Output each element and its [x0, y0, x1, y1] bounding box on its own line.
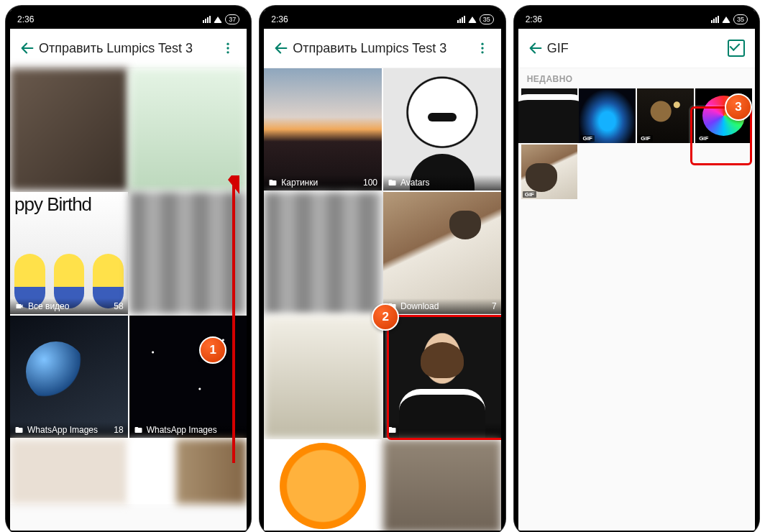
section-label-recent: НЕДАВНО [518, 68, 755, 88]
media-grid[interactable]: Картинки 100 Avatars Download 7 [264, 68, 500, 531]
folder-icon [388, 178, 397, 187]
status-bar: 2:36 35 [518, 10, 755, 29]
folder-icon [268, 178, 278, 187]
folder-tile-pictures[interactable]: Картинки 100 [264, 68, 382, 191]
signal-icon [711, 16, 719, 23]
folder-tile-whatsapp-images[interactable]: WhatsApp Images 18 [10, 316, 128, 438]
svg-point-1 [227, 47, 229, 49]
folder-tile-avatars[interactable]: Avatars [383, 68, 501, 191]
gif-thumbnail[interactable]: GIF [579, 88, 636, 143]
app-bar: Отправить Lumpics Test 3 [264, 29, 500, 68]
wifi-icon [468, 17, 477, 23]
svg-point-0 [227, 43, 229, 45]
folder-tile[interactable] [10, 439, 128, 504]
svg-point-4 [481, 43, 483, 45]
multi-select-button[interactable] [723, 40, 749, 57]
battery-indicator: 37 [225, 14, 239, 24]
folder-tile-all-video[interactable]: ppy Birthd Все видео 58 [10, 192, 128, 314]
battery-indicator: 35 [733, 14, 748, 24]
tile-label: Все видео [28, 301, 69, 311]
status-bar: 2:36 35 [264, 10, 500, 29]
status-time: 2:36 [17, 14, 34, 24]
gif-badge: GIF [580, 135, 594, 142]
svg-point-2 [227, 51, 229, 53]
back-button[interactable] [16, 40, 39, 56]
tile-label: Картинки [281, 178, 318, 188]
screenshot-container: 2:36 37 Отправить Lumpics Test 3 [0, 0, 765, 532]
folder-tile[interactable] [264, 439, 382, 531]
wifi-icon [214, 17, 222, 23]
gif-thumbnail[interactable]: GIF [521, 88, 578, 143]
highlight-frame-gif-folder [387, 315, 500, 440]
minion-text: ppy Birthd [14, 193, 91, 216]
media-grid[interactable]: ppy Birthd Все видео 58 WhatsApp Images … [10, 68, 247, 504]
app-bar-title: Отправить Lumpics Test 3 [39, 41, 215, 56]
folder-tile[interactable] [264, 192, 382, 314]
back-button[interactable] [270, 40, 293, 56]
tile-count: 18 [114, 425, 123, 435]
battery-indicator: 35 [480, 14, 494, 24]
back-button[interactable] [524, 40, 547, 56]
app-bar-title: GIF [547, 41, 723, 56]
tile-count: 58 [114, 301, 123, 311]
tile-count: 100 [363, 178, 377, 188]
folder-icon [134, 426, 143, 434]
scroll-up-arrow [225, 175, 242, 463]
app-bar: GIF [518, 29, 755, 68]
video-icon [14, 302, 24, 311]
tile-label: Download [400, 301, 439, 311]
wifi-icon [722, 17, 730, 23]
step-marker-3: 3 [725, 93, 752, 121]
folder-tile[interactable] [129, 68, 247, 191]
signal-icon [457, 16, 465, 23]
more-menu-button[interactable] [215, 41, 241, 55]
folder-tile[interactable] [264, 316, 382, 438]
gif-badge: GIF [638, 135, 652, 142]
svg-point-6 [481, 51, 483, 53]
phone-frame-3: 2:36 35 GIF НЕДАВНО GIF GIF [514, 6, 759, 532]
folder-tile-download[interactable]: Download 7 [383, 192, 501, 314]
more-menu-button[interactable] [469, 41, 495, 55]
tile-label: WhatsApp Images [147, 425, 217, 435]
gif-thumbnail[interactable]: GIF [521, 145, 578, 199]
folder-icon [14, 426, 24, 434]
phone-frame-1: 2:36 37 Отправить Lumpics Test 3 [6, 6, 251, 532]
svg-point-5 [481, 47, 483, 49]
gif-thumbnail[interactable]: GIF [637, 88, 694, 143]
tile-label: WhatsApp Images [27, 425, 98, 435]
status-bar: 2:36 37 [10, 10, 247, 29]
check-square-icon [728, 40, 745, 57]
app-bar: Отправить Lumpics Test 3 [10, 29, 247, 68]
gif-badge: GIF [523, 135, 536, 142]
app-bar-title: Отправить Lumpics Test 3 [293, 41, 469, 56]
status-time: 2:36 [526, 14, 542, 24]
folder-tile[interactable] [383, 439, 501, 531]
gif-badge: GIF [523, 191, 536, 198]
signal-icon [203, 16, 211, 23]
tile-label: Avatars [400, 178, 429, 188]
phone-frame-2: 2:36 35 Отправить Lumpics Test 3 [260, 6, 505, 532]
folder-tile[interactable] [10, 68, 128, 191]
status-time: 2:36 [271, 14, 288, 24]
tile-count: 7 [492, 301, 497, 311]
